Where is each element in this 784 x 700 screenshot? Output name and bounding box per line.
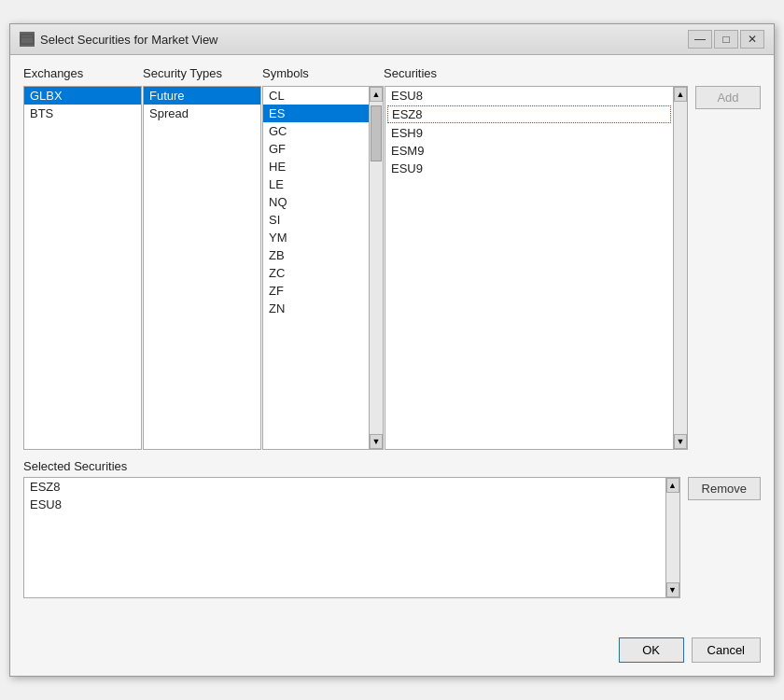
securities-scroll-up-button[interactable]: ▲: [674, 87, 687, 102]
selected-list-wrapper: ESZ8 ESU8 ▲ ▼: [23, 477, 680, 598]
minimize-button[interactable]: —: [688, 30, 712, 49]
title-controls: — □ ✕: [688, 30, 764, 49]
list-item[interactable]: NQ: [263, 193, 369, 211]
column-headers: Exchanges Security Types Symbols Securit…: [23, 66, 761, 80]
list-item[interactable]: ZN: [263, 300, 369, 317]
list-item[interactable]: ESU8: [385, 87, 673, 105]
selected-scroll[interactable]: ESZ8 ESU8: [24, 478, 665, 597]
exchanges-header: Exchanges: [23, 66, 143, 80]
selected-securities-list: ESZ8 ESU8: [23, 477, 666, 598]
security-types-list: Future Spread: [143, 86, 261, 450]
selected-scroll-up-button[interactable]: ▲: [666, 478, 679, 493]
dialog: Select Securities for Market View — □ ✕ …: [9, 23, 775, 677]
title-bar-left: Select Securities for Market View: [20, 32, 218, 47]
list-item[interactable]: Future: [144, 87, 260, 105]
list-item[interactable]: GC: [263, 122, 369, 140]
securities-header: Securities: [384, 66, 761, 80]
list-item[interactable]: ZC: [263, 264, 369, 282]
selected-thumb-area: [666, 493, 679, 582]
symbols-scrollbar[interactable]: ▲ ▼: [370, 86, 384, 450]
symbols-header: Symbols: [262, 66, 384, 80]
close-button[interactable]: ✕: [740, 30, 764, 49]
symbols-scroll[interactable]: CLESGCGFHELENQSIYMZBZCZFZN: [263, 87, 369, 449]
list-item[interactable]: YM: [263, 229, 369, 246]
dialog-body: Exchanges Security Types Symbols Securit…: [10, 55, 774, 628]
list-item[interactable]: ZB: [263, 246, 369, 264]
add-button-area: Add: [695, 86, 761, 450]
maximize-button[interactable]: □: [714, 30, 738, 49]
list-item[interactable]: ES: [263, 105, 369, 122]
cancel-button[interactable]: Cancel: [692, 637, 761, 663]
list-item[interactable]: ESZ8: [24, 478, 665, 496]
list-item[interactable]: ESH9: [385, 124, 673, 142]
securities-list: ESU8 ESZ8 ESH9 ESM9 ESU9: [385, 86, 674, 450]
list-item[interactable]: ESM9: [385, 142, 673, 160]
selected-securities-section: Selected Securities ESZ8 ESU8 ▲ ▼: [23, 459, 761, 598]
securities-scroll[interactable]: ESU8 ESZ8 ESH9 ESM9 ESU9: [385, 87, 673, 449]
remove-button-area: Remove: [688, 477, 761, 500]
security-types-scroll[interactable]: Future Spread: [144, 87, 260, 449]
selected-scrollbar[interactable]: ▲ ▼: [666, 477, 680, 598]
list-item[interactable]: Spread: [144, 105, 260, 122]
scrollbar-thumb[interactable]: [371, 105, 382, 161]
title-bar: Select Securities for Market View — □ ✕: [10, 24, 774, 55]
scroll-up-button[interactable]: ▲: [370, 87, 383, 102]
selected-securities-label: Selected Securities: [23, 459, 761, 473]
list-item[interactable]: SI: [263, 211, 369, 229]
scrollbar-thumb-area: [370, 102, 383, 434]
add-button[interactable]: Add: [695, 86, 761, 109]
securities-scroll-down-button[interactable]: ▼: [674, 434, 687, 449]
remove-button[interactable]: Remove: [688, 477, 761, 500]
lists-row: GLBX BTS Future Spread C: [23, 86, 761, 450]
list-item[interactable]: LE: [263, 175, 369, 193]
list-item[interactable]: ESU9: [385, 160, 673, 177]
list-item[interactable]: GLBX: [24, 87, 141, 105]
svg-rect-0: [21, 35, 34, 44]
ok-button[interactable]: OK: [619, 637, 684, 663]
securities-wrapper: ESU8 ESZ8 ESH9 ESM9 ESU9 ▲ ▼: [385, 86, 688, 450]
list-item-selected[interactable]: ESZ8: [387, 105, 671, 123]
securities-scrollbar[interactable]: ▲ ▼: [674, 86, 688, 450]
security-types-header: Security Types: [143, 66, 262, 80]
footer: OK Cancel: [10, 628, 774, 676]
symbols-list: CLESGCGFHELENQSIYMZBZCZFZN: [262, 86, 370, 450]
selected-securities-row: ESZ8 ESU8 ▲ ▼ Remove: [23, 477, 761, 598]
list-item[interactable]: ZF: [263, 282, 369, 300]
list-item[interactable]: ESU8: [24, 496, 665, 513]
dialog-title: Select Securities for Market View: [40, 33, 218, 47]
scrollbar-thumb-area: [674, 102, 687, 434]
list-item[interactable]: BTS: [24, 105, 141, 122]
list-item[interactable]: GF: [263, 140, 369, 158]
window-icon: [20, 32, 35, 47]
exchanges-scroll[interactable]: GLBX BTS: [24, 87, 141, 449]
list-item[interactable]: HE: [263, 158, 369, 175]
exchanges-list: GLBX BTS: [23, 86, 142, 450]
symbols-wrapper: CLESGCGFHELENQSIYMZBZCZFZN ▲ ▼: [262, 86, 384, 450]
list-item[interactable]: CL: [263, 87, 369, 105]
selected-scroll-down-button[interactable]: ▼: [666, 582, 679, 597]
top-section: Exchanges Security Types Symbols Securit…: [23, 66, 761, 450]
scroll-down-button[interactable]: ▼: [370, 434, 383, 449]
